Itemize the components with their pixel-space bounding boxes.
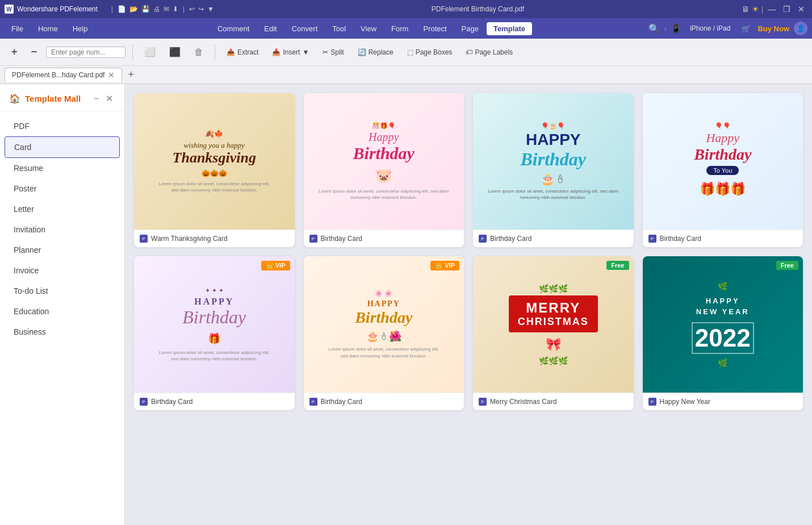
split-label: Split (330, 48, 344, 56)
menu-file[interactable]: File (5, 22, 30, 35)
card-bday-colorful-label: Birthday Card (321, 398, 362, 406)
menu-help[interactable]: Help (66, 22, 95, 35)
new-icon[interactable]: 📄 (118, 5, 126, 13)
device-label[interactable]: iPhone / iPad (685, 23, 735, 34)
minimize-btn[interactable]: — (765, 3, 778, 15)
undo-redo-group: ↩ ↪ ▼ (189, 5, 214, 13)
page-number-input[interactable] (46, 47, 125, 58)
main-layout: 🏠 Template Mall − ✕ PDF Card Resume Post… (0, 84, 812, 525)
buy-now-btn[interactable]: Buy Now (757, 24, 789, 33)
tab-active[interactable]: PDFelement B...hday Card.pdf ✕ (5, 68, 122, 82)
template-card-newyear[interactable]: Free 🌿 HAPPYNEW YEAR 2022 🌿 P Happy New … (643, 256, 803, 410)
sidebar-item-education[interactable]: Education (0, 301, 124, 322)
pdf-icon-3: P (479, 235, 487, 243)
card-bday-blue-label: Birthday Card (490, 235, 531, 243)
zoom-out-btn[interactable]: − (27, 44, 42, 60)
sidebar-item-poster[interactable]: Poster (0, 178, 124, 199)
menu-protect[interactable]: Protect (416, 22, 453, 35)
sidebar-item-resume[interactable]: Resume (0, 158, 124, 178)
window-controls[interactable]: 🖥 ☀ | — ❐ ✕ (742, 3, 807, 15)
template-mall-title: Template Mall (25, 94, 81, 103)
card-thanksgiving-label: Warm Thanksgiving Card (151, 235, 228, 243)
sidebar-item-invoice[interactable]: Invoice (0, 260, 124, 281)
sidebar-item-invitation[interactable]: Invitation (0, 219, 124, 240)
mark-icon[interactable]: ⬇ (173, 5, 178, 13)
menu-view[interactable]: View (354, 22, 383, 35)
menu-comment[interactable]: Comment (211, 22, 256, 35)
card-christmas-preview: Free 🌿🌿🌿 MERRY CHRISTMAS 🎀 🌿🌿🌿 (473, 256, 634, 393)
template-card-thanksgiving[interactable]: 🍂🍁 wishing you a happy Thanksgiving 🎃🎃🎃 … (134, 93, 295, 247)
template-card-bday-gifts[interactable]: 🎈🎈 Happy Birthday To You 🎁🎁🎁 P Birthday … (643, 93, 803, 247)
sidebar-item-planner[interactable]: Planner (0, 240, 124, 260)
split-icon: ✂ (323, 48, 328, 56)
menu-page[interactable]: Page (455, 22, 485, 35)
search-icon[interactable]: 🔍 (648, 23, 660, 34)
free-badge-1: Free (606, 261, 629, 270)
sidebar-item-todo[interactable]: To-do List (0, 281, 124, 301)
template-card-bday-elegant[interactable]: 👑 VIP ✦ ✦ ✦ HAPPY Birthday 🎁 Lorem ipsum… (134, 256, 295, 410)
maximize-btn[interactable]: ❐ (780, 3, 793, 15)
print-icon[interactable]: 🖨 (153, 5, 160, 13)
mail-icon[interactable]: ✉ (164, 5, 169, 13)
sun-icon[interactable]: ☀ (752, 5, 759, 14)
template-card-bday-pink[interactable]: 🎊🎁🎈 Happy Birthday 🐷 Lorem ipsum dolor s… (304, 93, 464, 247)
toolbar-divider-1 (132, 44, 133, 60)
monitor-icon[interactable]: 🖥 (742, 5, 750, 14)
toolbar-icons-group: 📄 📂 💾 🖨 ✉ ⬇ (118, 5, 178, 13)
menu-home[interactable]: Home (31, 22, 65, 35)
card-newyear-footer: P Happy New Year (643, 393, 803, 410)
toolbar-divider-2 (215, 44, 215, 60)
page-labels-icon: 🏷 (466, 48, 472, 56)
sidebar-item-card[interactable]: Card (5, 136, 120, 158)
user-avatar[interactable]: 👤 (794, 22, 807, 35)
fit-page-btn[interactable]: ⬜ (140, 44, 160, 60)
template-mall-panel: 🏠 Template Mall − ✕ PDF Card Resume Post… (0, 84, 125, 525)
replace-btn[interactable]: 🔄 Replace (353, 46, 398, 59)
pdf-icon-7: P (479, 398, 487, 406)
page-boxes-label: Page Boxes (416, 48, 453, 56)
insert-label: Insert (283, 48, 300, 56)
menu-tool[interactable]: Tool (325, 22, 353, 35)
delete-page-btn[interactable]: 🗑 (190, 45, 208, 60)
tm-minimize-btn[interactable]: − (91, 93, 101, 104)
undo-btn[interactable]: ↩ (189, 5, 195, 13)
save-icon[interactable]: 💾 (141, 5, 150, 13)
card-bday-gifts-footer: P Birthday Card (643, 230, 803, 247)
menu-template[interactable]: Template (487, 22, 532, 35)
close-btn[interactable]: ✕ (795, 3, 807, 15)
menu-form[interactable]: Form (384, 22, 415, 35)
app-icon: W (5, 5, 14, 14)
split-btn[interactable]: ✂ Split (318, 46, 348, 59)
card-bday-elegant-label: Birthday Card (151, 398, 192, 406)
tm-close-btn[interactable]: ✕ (103, 93, 115, 104)
tab-add-btn[interactable]: + (124, 68, 137, 82)
pdf-icon: P (140, 235, 148, 243)
menu-edit[interactable]: Edit (257, 22, 283, 35)
card-thanksgiving-footer: P Warm Thanksgiving Card (134, 230, 295, 247)
menu-right-group: 🔍 › 📱 iPhone / iPad 🛒 Buy Now 👤 (648, 22, 807, 35)
extract-btn[interactable]: 📤 Extract (222, 46, 263, 59)
template-card-bday-blue[interactable]: 🎈🎂🎈 HAPPY Birthday 🎂🕯 Lorem ipsum dolor … (473, 93, 634, 247)
pdf-icon-5: P (140, 398, 148, 406)
fit-width-btn[interactable]: ⬛ (165, 44, 185, 60)
open-icon[interactable]: 📂 (129, 5, 138, 13)
template-card-christmas[interactable]: Free 🌿🌿🌿 MERRY CHRISTMAS 🎀 🌿🌿🌿 P Merry C… (473, 256, 634, 410)
template-card-bday-colorful[interactable]: 👑 VIP 🌸 🌸 HAPPY Birthday 🎂🕯🌺 Lorem ipsum… (304, 256, 464, 410)
phone-icon: 📱 (671, 24, 681, 33)
card-christmas-label: Merry Christmas Card (490, 398, 556, 406)
menu-convert[interactable]: Convert (285, 22, 325, 35)
sidebar-item-letter[interactable]: Letter (0, 199, 124, 219)
extract-icon: 📤 (227, 48, 235, 56)
redo-btn[interactable]: ↪ (198, 5, 204, 13)
insert-btn[interactable]: 📥 Insert ▼ (267, 46, 313, 59)
tab-close-btn[interactable]: ✕ (108, 70, 115, 80)
dropdown-btn[interactable]: ▼ (207, 5, 214, 13)
card-bday-blue-preview: 🎈🎂🎈 HAPPY Birthday 🎂🕯 Lorem ipsum dolor … (473, 93, 634, 230)
page-boxes-btn[interactable]: ⬚ Page Boxes (403, 46, 457, 59)
page-labels-btn[interactable]: 🏷 Page Labels (461, 46, 517, 59)
menu-bar: File Home Help Comment Edit Convert Tool… (0, 18, 812, 39)
zoom-in-btn[interactable]: + (7, 44, 22, 60)
sidebar-item-business[interactable]: Business (0, 322, 124, 342)
page-labels-label: Page Labels (475, 48, 513, 56)
sidebar-item-pdf[interactable]: PDF (0, 116, 124, 136)
